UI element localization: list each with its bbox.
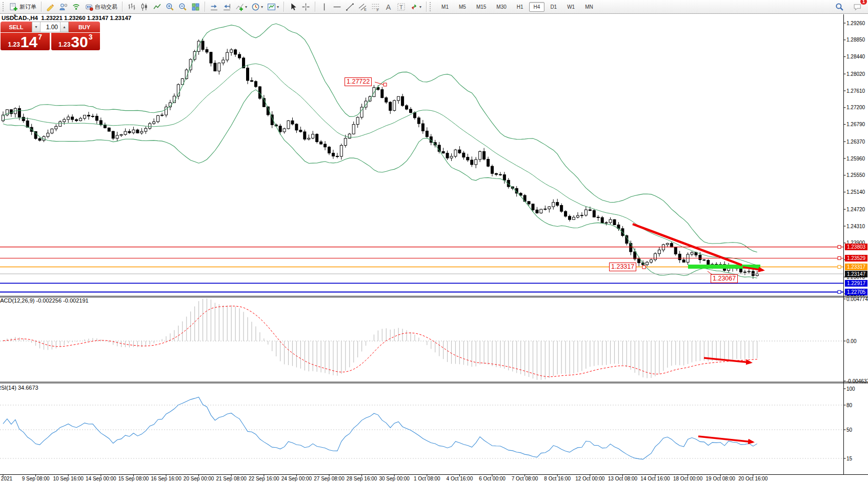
candlestick-button[interactable] <box>138 1 150 12</box>
timeframe-m5[interactable]: M5 <box>454 2 471 12</box>
notifications-button[interactable]: 1 <box>852 1 863 12</box>
volume-decrease-button[interactable]: ▼ <box>32 22 41 32</box>
svg-text:22 Sep 16:00: 22 Sep 16:00 <box>249 476 279 481</box>
chart-shift-button[interactable] <box>221 1 233 12</box>
indicators-icon <box>235 3 244 11</box>
dropdown-caret[interactable]: ▾ <box>261 5 263 9</box>
svg-text:28 Sep 16:00: 28 Sep 16:00 <box>347 476 377 481</box>
crosshair-button[interactable] <box>300 1 312 12</box>
zoom-in-button[interactable] <box>164 1 176 12</box>
toolbar-drag-handle[interactable] <box>430 2 432 11</box>
templates-button[interactable]: ▾ <box>266 1 280 12</box>
trendline-icon <box>346 3 354 11</box>
macd-arrow-annotation[interactable] <box>704 358 751 363</box>
channel-button[interactable]: E <box>357 1 369 12</box>
svg-text:9 Sep 08:00: 9 Sep 08:00 <box>22 476 50 481</box>
timeframe-m1[interactable]: M1 <box>437 2 453 12</box>
timeframe-d1[interactable]: D1 <box>546 2 561 12</box>
trendline-button[interactable] <box>344 1 356 12</box>
svg-text:14 Sep 00:00: 14 Sep 00:00 <box>86 476 116 481</box>
quote-ohlc: 1.23221 1.23260 1.23147 1.23147 <box>41 15 131 21</box>
svg-text:8 Oct 16:00: 8 Oct 16:00 <box>544 476 571 481</box>
svg-text:1.26790: 1.26790 <box>846 122 865 127</box>
toolbar-drag-handle[interactable] <box>3 2 5 11</box>
price-callout[interactable]: 1.23317 <box>609 263 636 271</box>
dropdown-caret[interactable]: ▾ <box>419 5 421 9</box>
price-callout[interactable]: 1.27722 <box>345 77 372 86</box>
svg-text:1.26370: 1.26370 <box>846 139 865 145</box>
svg-text:7 Oct 08:00: 7 Oct 08:00 <box>512 476 538 481</box>
price-callout[interactable]: 1.23067 <box>711 274 738 283</box>
profile-button[interactable] <box>57 1 69 12</box>
timeframe-h1[interactable]: H1 <box>512 2 528 12</box>
volume-control: ▼ 1.00 ▲ <box>32 22 69 32</box>
svg-text:15: 15 <box>846 456 853 461</box>
volume-increase-button[interactable]: ▲ <box>60 22 68 32</box>
quote-symbol: USDCAD-,H4 <box>2 15 38 21</box>
search-button[interactable] <box>834 1 845 12</box>
dropdown-caret[interactable]: ▾ <box>277 5 279 9</box>
svg-text:ep 2021: ep 2021 <box>0 476 13 481</box>
fibo-icon: F <box>371 3 380 11</box>
zoom-out-button[interactable] <box>177 1 189 12</box>
sell-price-box[interactable]: 1.23 14 7 <box>1 33 50 50</box>
svg-text:20 Oct 16:00: 20 Oct 16:00 <box>738 476 768 481</box>
styles-button[interactable] <box>45 1 56 12</box>
zoom-in-icon <box>166 3 174 11</box>
fibonacci-button[interactable]: F <box>370 1 381 12</box>
buy-button[interactable]: BUY <box>69 22 100 32</box>
toolbar: 新订单自动交易▾▾▾EFAT▾ M1M5M15M30H1H4D1W1MN 1 <box>0 0 868 14</box>
signal-icon <box>72 3 80 11</box>
svg-text:A: A <box>386 3 391 11</box>
timeframe-h4[interactable]: H4 <box>529 2 545 12</box>
tile-windows-button[interactable] <box>190 1 201 12</box>
macd-pane <box>0 298 844 380</box>
svg-text:1.28440: 1.28440 <box>846 54 865 59</box>
svg-text:1.25550: 1.25550 <box>846 172 865 178</box>
new-order-button[interactable]: 新订单 <box>8 1 38 12</box>
svg-text:80: 80 <box>846 403 853 408</box>
svg-text:4 Oct 16:00: 4 Oct 16:00 <box>447 476 473 481</box>
timeframe-mn[interactable]: MN <box>580 2 598 12</box>
sell-price-pips: 14 <box>21 35 37 49</box>
svg-text:14 Oct 16:00: 14 Oct 16:00 <box>640 476 670 481</box>
svg-text:E: E <box>364 8 367 11</box>
text-label-button[interactable]: T <box>395 1 407 12</box>
cursor-icon <box>289 3 297 11</box>
arrows-button[interactable]: ▾ <box>408 1 423 12</box>
auto-scroll-icon <box>210 3 218 11</box>
rsi-label: RSI(14) 34.6673 <box>0 385 38 391</box>
line-chart-icon <box>153 3 162 11</box>
cursor-button[interactable] <box>287 1 299 12</box>
line-chart-button[interactable] <box>151 1 163 12</box>
timeframe-bar: M1M5M15M30H1H4D1W1MN <box>436 2 598 12</box>
periods-button[interactable]: ▾ <box>250 1 265 12</box>
zoom-out-icon <box>178 3 187 11</box>
timeframe-w1[interactable]: W1 <box>562 2 579 12</box>
new-order-icon <box>9 3 18 11</box>
chart-canvas[interactable]: 1.292601.288501.284401.280201.276101.272… <box>0 0 868 482</box>
signals-button[interactable] <box>70 1 82 12</box>
svg-text:T: T <box>399 4 403 10</box>
timeframe-m15[interactable]: M15 <box>472 2 491 12</box>
auto-scroll-button[interactable] <box>208 1 220 12</box>
vline-button[interactable] <box>318 1 330 12</box>
periods-icon <box>251 3 260 11</box>
buy-price-box[interactable]: 1.23 30 3 <box>51 33 100 50</box>
svg-text:100: 100 <box>846 386 855 392</box>
svg-text:15 Sep 08:00: 15 Sep 08:00 <box>118 476 149 481</box>
svg-text:30 Sep 00:00: 30 Sep 00:00 <box>379 476 410 481</box>
sell-button[interactable]: SELL <box>1 22 32 32</box>
auto-trading-button[interactable]: 自动交易 <box>83 1 119 12</box>
dropdown-caret[interactable]: ▾ <box>245 5 247 9</box>
text-label-icon: T <box>397 3 406 11</box>
text-button[interactable]: A <box>382 1 394 12</box>
bar-chart-button[interactable] <box>126 1 137 12</box>
volume-value[interactable]: 1.00 <box>41 22 60 32</box>
indicators-button[interactable]: ▾ <box>234 1 249 12</box>
svg-text:F: F <box>377 8 379 11</box>
one-click-collapse-icon[interactable]: ▼ <box>13 13 17 18</box>
rsi-arrow-annotation[interactable] <box>698 436 753 442</box>
hline-button[interactable] <box>331 1 343 12</box>
timeframe-m30[interactable]: M30 <box>492 2 511 12</box>
